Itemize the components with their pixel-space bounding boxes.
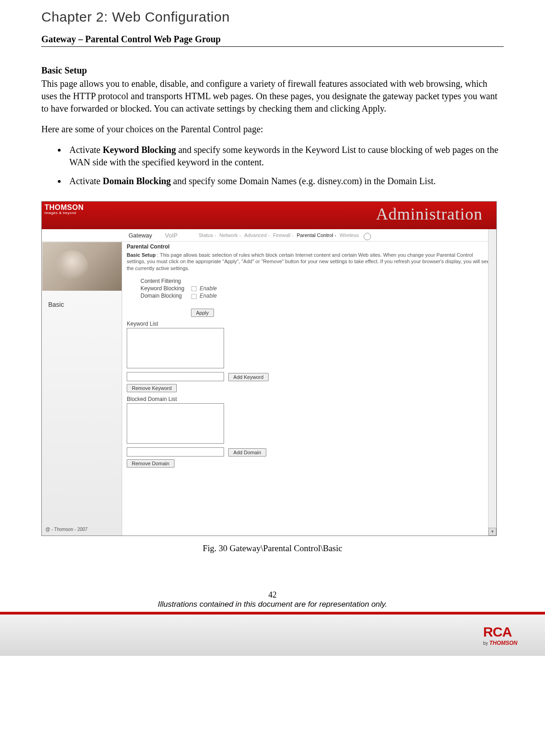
by-text: by	[483, 641, 488, 646]
bullet1-pre: Activate	[69, 145, 103, 155]
bullet2-pre: Activate	[69, 176, 103, 186]
domain-enable-label: Enable	[200, 293, 217, 299]
footer-note: Illustrations contained in this document…	[41, 600, 504, 609]
panel-title: Parental Control	[127, 243, 492, 250]
rca-byline: by THOMSON	[483, 640, 517, 646]
panel-description: Basic Setup : This page allows basic sel…	[127, 252, 492, 271]
figure-caption: Fig. 30 Gateway\Parental Control\Basic	[41, 543, 504, 553]
domain-blocking-checkbox[interactable]	[191, 293, 197, 299]
keyword-enable-label: Enable	[200, 285, 217, 292]
subtab-parental-control[interactable]: Parental Control -	[296, 232, 337, 238]
banner-title: Administration	[376, 204, 483, 224]
subtab-firewall[interactable]: Firewall -	[272, 232, 295, 238]
blocked-domain-label: Blocked Domain List	[127, 396, 492, 402]
panel-desc-bold: Basic Setup	[127, 252, 156, 258]
content-panel: Parental Control Basic Setup : This page…	[122, 242, 496, 536]
subtab-status[interactable]: Status -	[198, 232, 217, 238]
subtab-network[interactable]: Network -	[219, 232, 242, 238]
sidebar: Basic @ - Thomson - 2007	[42, 242, 122, 536]
domain-blocking-label: Domain Blocking	[140, 293, 189, 299]
section-title: Gateway – Parental Control Web Page Grou…	[41, 34, 504, 47]
tab-gateway[interactable]: Gateway	[122, 232, 158, 239]
domain-input[interactable]	[127, 447, 224, 457]
keyword-input[interactable]	[127, 372, 224, 381]
choices-intro: Here are some of your choices on the Par…	[41, 123, 504, 135]
chapter-title: Chapter 2: Web Configuration	[41, 9, 504, 25]
bullet1-bold: Keyword Blocking	[103, 145, 176, 155]
keyword-list-box[interactable]	[127, 328, 224, 368]
sidebar-footer: @ - Thomson - 2007	[45, 527, 88, 532]
panel-desc-text: : This page allows basic selection of ru…	[127, 252, 489, 271]
subtab-wireless[interactable]: Wireless	[339, 232, 360, 238]
bullet-keyword-blocking: Activate Keyword Blocking and specify so…	[67, 144, 504, 169]
keyword-blocking-checkbox[interactable]	[191, 286, 197, 292]
sub-heading: Basic Setup	[41, 65, 504, 76]
bullet2-post: and specify some Domain Names (e.g. disn…	[171, 176, 436, 186]
reload-icon[interactable]	[364, 233, 371, 240]
keyword-blocking-label: Keyword Blocking	[140, 285, 189, 292]
intro-paragraph: This page allows you to enable, disable,…	[41, 78, 504, 115]
sidebar-photo	[42, 242, 122, 291]
banner: THOMSON images & beyond Administration	[42, 202, 496, 229]
tab-bar: Gateway VoIP Status - Network - Advanced…	[42, 229, 496, 242]
remove-keyword-button[interactable]: Remove Keyword	[127, 384, 177, 392]
brand-tagline: images & beyond	[45, 211, 84, 215]
sidebar-item-basic[interactable]: Basic	[42, 291, 122, 308]
rca-logo: RCA	[483, 624, 517, 640]
remove-domain-button[interactable]: Remove Domain	[127, 459, 174, 468]
sub-tabs: Status - Network - Advanced - Firewall -…	[198, 232, 360, 238]
add-keyword-button[interactable]: Add Keyword	[228, 373, 268, 381]
apply-button[interactable]: Apply	[191, 309, 214, 317]
embedded-screenshot: ▲ ▼ THOMSON images & beyond Administrati…	[41, 201, 497, 536]
subtab-advanced[interactable]: Advanced -	[243, 232, 271, 238]
bullet2-bold: Domain Blocking	[103, 176, 171, 186]
page-number: 42	[41, 590, 504, 600]
thomson-logo: THOMSON images & beyond	[45, 203, 84, 215]
tab-voip[interactable]: VoIP	[158, 232, 184, 239]
bullet-domain-blocking: Activate Domain Blocking and specify som…	[67, 175, 504, 187]
brand-strip: RCA by THOMSON	[0, 615, 545, 656]
keyword-list-label: Keyword List	[127, 321, 492, 327]
domain-list-box[interactable]	[127, 403, 224, 444]
content-filtering-heading: Content Filtering	[140, 278, 492, 284]
thomson-text: THOMSON	[489, 640, 517, 646]
scroll-down-icon[interactable]: ▼	[489, 528, 496, 536]
scrollbar[interactable]: ▲ ▼	[488, 202, 496, 536]
add-domain-button[interactable]: Add Domain	[228, 448, 266, 457]
brand-name: THOMSON	[45, 203, 84, 211]
